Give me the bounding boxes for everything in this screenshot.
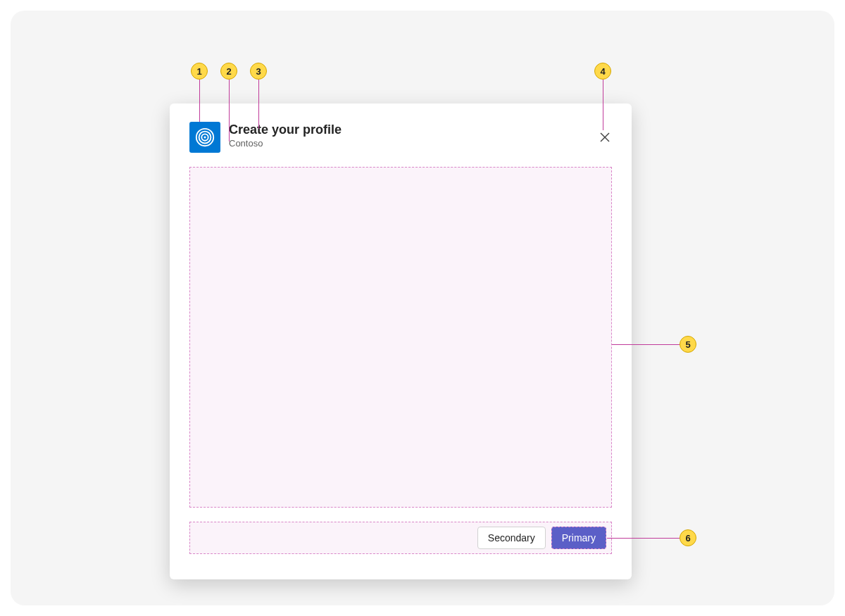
annotation-line-4 (603, 80, 603, 130)
annotation-line-1 (199, 80, 200, 122)
task-dialog: Create your profile Contoso Secondary Pr… (170, 103, 632, 579)
annotation-dot-4: 4 (594, 63, 611, 80)
annotation-dot-3: 3 (250, 63, 267, 80)
secondary-button[interactable]: Secondary (477, 527, 546, 549)
annotation-dot-6: 6 (680, 529, 696, 546)
close-button[interactable] (595, 127, 615, 147)
primary-button[interactable]: Primary (551, 527, 606, 549)
svg-point-3 (204, 137, 206, 139)
annotation-line-5 (612, 344, 680, 345)
annotation-dot-5: 5 (680, 336, 696, 353)
dialog-title: Create your profile (229, 122, 342, 138)
app-spiral-icon (194, 127, 215, 148)
annotation-dot-1: 1 (191, 63, 208, 80)
page-background: Create your profile Contoso Secondary Pr… (11, 11, 834, 605)
annotation-line-3 (258, 80, 259, 129)
title-block: Create your profile Contoso (229, 122, 342, 149)
app-icon (189, 122, 220, 153)
dialog-header: Create your profile Contoso (170, 103, 632, 161)
dialog-footer: Secondary Primary (189, 522, 612, 554)
annotation-dot-2: 2 (220, 63, 237, 80)
annotation-line-6 (607, 538, 680, 539)
dialog-subtitle: Contoso (229, 138, 342, 150)
annotation-line-2 (229, 80, 230, 142)
iframe-body-region (189, 167, 612, 508)
close-icon (599, 132, 611, 143)
